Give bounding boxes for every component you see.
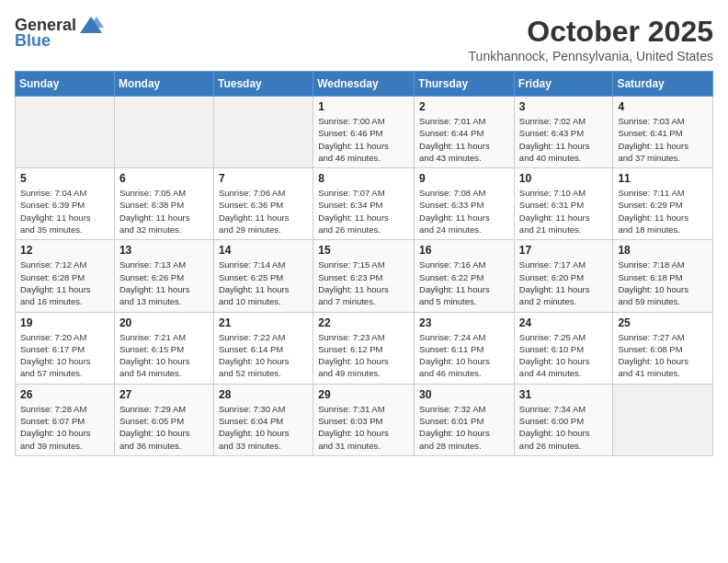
weekday-header-wednesday: Wednesday bbox=[313, 72, 415, 97]
day-info: Sunrise: 7:24 AM Sunset: 6:11 PM Dayligh… bbox=[419, 331, 509, 380]
day-info: Sunrise: 7:12 AM Sunset: 6:28 PM Dayligh… bbox=[20, 259, 109, 307]
day-info: Sunrise: 7:34 AM Sunset: 6:00 PM Dayligh… bbox=[519, 403, 609, 452]
day-info: Sunrise: 7:21 AM Sunset: 6:15 PM Dayligh… bbox=[119, 331, 209, 380]
day-info: Sunrise: 7:13 AM Sunset: 6:26 PM Dayligh… bbox=[119, 259, 209, 307]
day-info: Sunrise: 7:31 AM Sunset: 6:03 PM Dayligh… bbox=[318, 403, 409, 452]
calendar-cell: 13Sunrise: 7:13 AM Sunset: 6:26 PM Dayli… bbox=[114, 240, 213, 312]
day-number: 15 bbox=[318, 244, 409, 257]
day-info: Sunrise: 7:29 AM Sunset: 6:05 PM Dayligh… bbox=[119, 403, 209, 452]
day-info: Sunrise: 7:00 AM Sunset: 6:46 PM Dayligh… bbox=[318, 115, 409, 164]
weekday-header-thursday: Thursday bbox=[415, 72, 515, 97]
calendar-cell: 26Sunrise: 7:28 AM Sunset: 6:07 PM Dayli… bbox=[16, 384, 115, 455]
day-info: Sunrise: 7:28 AM Sunset: 6:07 PM Dayligh… bbox=[20, 403, 109, 452]
day-info: Sunrise: 7:25 AM Sunset: 6:10 PM Dayligh… bbox=[519, 331, 609, 380]
weekday-header-saturday: Saturday bbox=[613, 72, 713, 97]
weekday-header-sunday: Sunday bbox=[16, 72, 115, 97]
logo-icon bbox=[78, 15, 104, 35]
calendar-cell: 21Sunrise: 7:22 AM Sunset: 6:14 PM Dayli… bbox=[213, 312, 313, 384]
day-info: Sunrise: 7:30 AM Sunset: 6:04 PM Dayligh… bbox=[219, 403, 308, 452]
page-header: General Blue October 2025 Tunkhannock, P… bbox=[15, 15, 713, 63]
day-number: 13 bbox=[119, 244, 209, 257]
day-number: 7 bbox=[219, 172, 308, 185]
day-number: 14 bbox=[219, 244, 308, 257]
day-number: 23 bbox=[419, 316, 509, 329]
calendar-cell: 19Sunrise: 7:20 AM Sunset: 6:17 PM Dayli… bbox=[16, 312, 115, 384]
day-number: 4 bbox=[618, 100, 708, 113]
day-number: 16 bbox=[419, 244, 509, 257]
day-info: Sunrise: 7:17 AM Sunset: 6:20 PM Dayligh… bbox=[519, 259, 609, 307]
day-info: Sunrise: 7:11 AM Sunset: 6:29 PM Dayligh… bbox=[618, 187, 708, 236]
location: Tunkhannock, Pennsylvania, United States bbox=[469, 49, 713, 63]
calendar-cell: 10Sunrise: 7:10 AM Sunset: 6:31 PM Dayli… bbox=[514, 168, 613, 240]
day-number: 12 bbox=[20, 244, 109, 257]
calendar-cell bbox=[213, 97, 313, 168]
day-number: 24 bbox=[519, 316, 609, 329]
calendar-cell: 18Sunrise: 7:18 AM Sunset: 6:18 PM Dayli… bbox=[613, 240, 713, 312]
calendar-cell bbox=[613, 384, 713, 455]
calendar-cell: 22Sunrise: 7:23 AM Sunset: 6:12 PM Dayli… bbox=[313, 312, 415, 384]
day-number: 30 bbox=[419, 388, 509, 401]
day-info: Sunrise: 7:23 AM Sunset: 6:12 PM Dayligh… bbox=[318, 331, 409, 380]
weekday-header-tuesday: Tuesday bbox=[213, 72, 313, 97]
day-number: 6 bbox=[119, 172, 209, 185]
logo-blue: Blue bbox=[15, 31, 51, 51]
calendar-cell: 9Sunrise: 7:08 AM Sunset: 6:33 PM Daylig… bbox=[415, 168, 515, 240]
calendar-cell: 11Sunrise: 7:11 AM Sunset: 6:29 PM Dayli… bbox=[613, 168, 713, 240]
day-info: Sunrise: 7:06 AM Sunset: 6:36 PM Dayligh… bbox=[219, 187, 308, 236]
day-number: 2 bbox=[419, 100, 509, 113]
day-info: Sunrise: 7:04 AM Sunset: 6:39 PM Dayligh… bbox=[20, 187, 109, 236]
day-info: Sunrise: 7:08 AM Sunset: 6:33 PM Dayligh… bbox=[419, 187, 509, 236]
calendar-week-4: 19Sunrise: 7:20 AM Sunset: 6:17 PM Dayli… bbox=[16, 312, 713, 384]
day-number: 31 bbox=[519, 388, 609, 401]
day-number: 28 bbox=[219, 388, 308, 401]
calendar-cell: 16Sunrise: 7:16 AM Sunset: 6:22 PM Dayli… bbox=[415, 240, 515, 312]
calendar-header: SundayMondayTuesdayWednesdayThursdayFrid… bbox=[16, 72, 713, 97]
calendar-cell: 24Sunrise: 7:25 AM Sunset: 6:10 PM Dayli… bbox=[514, 312, 613, 384]
calendar-cell: 14Sunrise: 7:14 AM Sunset: 6:25 PM Dayli… bbox=[213, 240, 313, 312]
day-number: 9 bbox=[419, 172, 509, 185]
day-info: Sunrise: 7:07 AM Sunset: 6:34 PM Dayligh… bbox=[318, 187, 409, 236]
calendar-cell: 30Sunrise: 7:32 AM Sunset: 6:01 PM Dayli… bbox=[415, 384, 515, 455]
day-number: 1 bbox=[318, 100, 409, 113]
calendar-cell: 29Sunrise: 7:31 AM Sunset: 6:03 PM Dayli… bbox=[313, 384, 415, 455]
day-info: Sunrise: 7:16 AM Sunset: 6:22 PM Dayligh… bbox=[419, 259, 509, 307]
day-number: 27 bbox=[119, 388, 209, 401]
calendar-cell: 20Sunrise: 7:21 AM Sunset: 6:15 PM Dayli… bbox=[114, 312, 213, 384]
weekday-header-monday: Monday bbox=[114, 72, 213, 97]
day-number: 19 bbox=[20, 316, 109, 329]
day-number: 18 bbox=[618, 244, 708, 257]
day-number: 10 bbox=[519, 172, 609, 185]
calendar-cell: 17Sunrise: 7:17 AM Sunset: 6:20 PM Dayli… bbox=[514, 240, 613, 312]
calendar-cell: 15Sunrise: 7:15 AM Sunset: 6:23 PM Dayli… bbox=[313, 240, 415, 312]
calendar-week-1: 1Sunrise: 7:00 AM Sunset: 6:46 PM Daylig… bbox=[16, 97, 713, 168]
calendar-cell: 7Sunrise: 7:06 AM Sunset: 6:36 PM Daylig… bbox=[213, 168, 313, 240]
day-info: Sunrise: 7:01 AM Sunset: 6:44 PM Dayligh… bbox=[419, 115, 509, 164]
day-number: 20 bbox=[119, 316, 209, 329]
calendar-cell: 6Sunrise: 7:05 AM Sunset: 6:38 PM Daylig… bbox=[114, 168, 213, 240]
calendar-cell: 31Sunrise: 7:34 AM Sunset: 6:00 PM Dayli… bbox=[514, 384, 613, 455]
title-section: October 2025 Tunkhannock, Pennsylvania, … bbox=[469, 15, 713, 63]
day-number: 3 bbox=[519, 100, 609, 113]
day-info: Sunrise: 7:14 AM Sunset: 6:25 PM Dayligh… bbox=[219, 259, 308, 307]
calendar-cell: 27Sunrise: 7:29 AM Sunset: 6:05 PM Dayli… bbox=[114, 384, 213, 455]
day-number: 21 bbox=[219, 316, 308, 329]
day-info: Sunrise: 7:02 AM Sunset: 6:43 PM Dayligh… bbox=[519, 115, 609, 164]
day-info: Sunrise: 7:27 AM Sunset: 6:08 PM Dayligh… bbox=[618, 331, 708, 380]
day-info: Sunrise: 7:20 AM Sunset: 6:17 PM Dayligh… bbox=[20, 331, 109, 380]
day-info: Sunrise: 7:32 AM Sunset: 6:01 PM Dayligh… bbox=[419, 403, 509, 452]
day-info: Sunrise: 7:05 AM Sunset: 6:38 PM Dayligh… bbox=[119, 187, 209, 236]
calendar-cell: 5Sunrise: 7:04 AM Sunset: 6:39 PM Daylig… bbox=[16, 168, 115, 240]
calendar-cell: 8Sunrise: 7:07 AM Sunset: 6:34 PM Daylig… bbox=[313, 168, 415, 240]
day-info: Sunrise: 7:18 AM Sunset: 6:18 PM Dayligh… bbox=[618, 259, 708, 307]
calendar-cell: 3Sunrise: 7:02 AM Sunset: 6:43 PM Daylig… bbox=[514, 97, 613, 168]
day-number: 8 bbox=[318, 172, 409, 185]
month-year: October 2025 bbox=[469, 15, 713, 49]
calendar-cell bbox=[16, 97, 115, 168]
calendar-week-5: 26Sunrise: 7:28 AM Sunset: 6:07 PM Dayli… bbox=[16, 384, 713, 455]
calendar-cell bbox=[114, 97, 213, 168]
calendar-week-3: 12Sunrise: 7:12 AM Sunset: 6:28 PM Dayli… bbox=[16, 240, 713, 312]
day-number: 22 bbox=[318, 316, 409, 329]
day-number: 26 bbox=[20, 388, 109, 401]
calendar-cell: 2Sunrise: 7:01 AM Sunset: 6:44 PM Daylig… bbox=[415, 97, 515, 168]
calendar-cell: 12Sunrise: 7:12 AM Sunset: 6:28 PM Dayli… bbox=[16, 240, 115, 312]
